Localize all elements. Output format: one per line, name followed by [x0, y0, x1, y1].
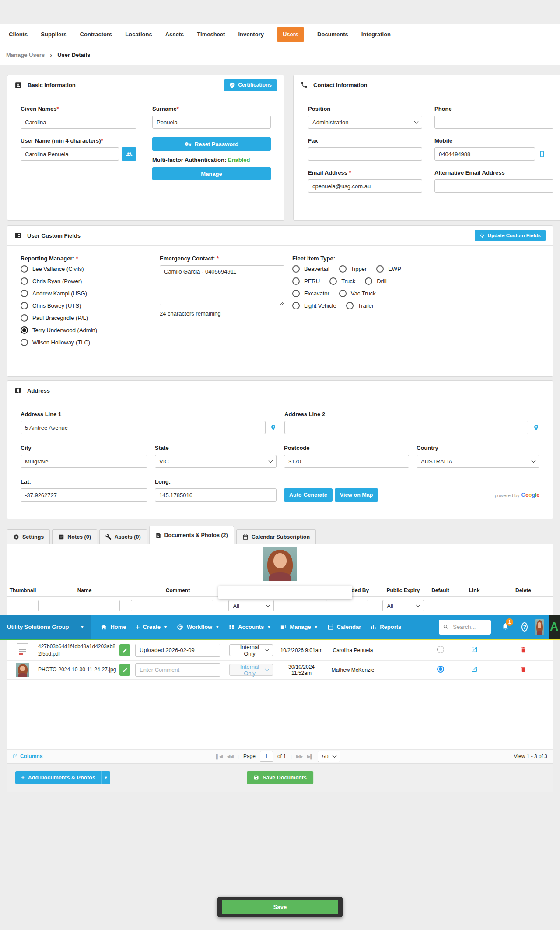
lat-input[interactable] — [21, 488, 147, 502]
navbar-search[interactable] — [439, 620, 491, 635]
city-input[interactable] — [21, 455, 147, 468]
reset-password-button[interactable]: Reset Password — [152, 137, 271, 151]
fleet-option[interactable]: Tipper — [339, 265, 367, 273]
radio-icon[interactable] — [339, 265, 346, 273]
reporting-manager-option[interactable]: Paul Bracegirdle (P/L) — [21, 314, 152, 322]
breadcrumb-manage-users[interactable]: Manage Users — [6, 52, 45, 58]
fleet-option[interactable]: PERU — [292, 277, 320, 285]
public-select[interactable]: Internal Only — [229, 664, 273, 676]
radio-icon[interactable] — [21, 265, 28, 273]
radio-icon[interactable] — [365, 277, 372, 285]
radio-icon[interactable] — [329, 277, 337, 285]
user-photo[interactable] — [263, 547, 297, 581]
reporting-manager-option[interactable]: Lee Vallance (Civils) — [21, 265, 152, 273]
uploaded-by-filter-input[interactable] — [326, 600, 368, 611]
org-switcher[interactable]: Utility Solutions Group ▼ — [0, 615, 91, 639]
long-input[interactable] — [155, 488, 276, 502]
mfa-manage-button[interactable]: Manage — [152, 167, 271, 180]
nav-locations[interactable]: Locations — [125, 31, 152, 38]
external-link-icon[interactable] — [471, 666, 478, 673]
country-select[interactable]: AUSTRALIA — [416, 455, 539, 468]
add-documents-dropdown-button[interactable]: ▼ — [101, 771, 110, 784]
state-select[interactable]: VIC — [155, 455, 276, 468]
radio-icon[interactable] — [21, 339, 28, 346]
navbar-calendar[interactable]: Calendar — [327, 624, 361, 630]
radio-icon[interactable] — [292, 265, 300, 273]
fleet-option[interactable]: Truck — [329, 277, 355, 285]
radio-icon[interactable] — [292, 277, 300, 285]
radio-icon[interactable] — [376, 265, 384, 273]
reporting-manager-option[interactable]: Wilson Holloway (TLC) — [21, 339, 152, 346]
address-line2-input[interactable] — [284, 421, 528, 434]
save-documents-button[interactable]: Save Documents — [247, 771, 313, 784]
email-input[interactable] — [308, 179, 422, 193]
next-page-button[interactable]: ▶▶ — [296, 754, 303, 759]
document-name[interactable]: 427b03b64d1f4db48a1d4203ab82f5bd.pdf — [38, 643, 118, 658]
photo-thumbnail[interactable] — [16, 663, 29, 677]
expiry-filter-select[interactable]: All — [382, 600, 424, 611]
nav-suppliers[interactable]: Suppliers — [41, 31, 66, 38]
public-select[interactable]: Internal Only — [229, 644, 273, 656]
nav-documents[interactable]: Documents — [317, 31, 348, 38]
user-avatar[interactable] — [535, 619, 544, 635]
emergency-contact-textarea[interactable]: Camilo Garcia - 0405694911 — [160, 265, 284, 305]
mobile-input[interactable] — [434, 147, 535, 161]
navbar-workflow[interactable]: Workflow ▼ — [177, 624, 219, 631]
navbar-create[interactable]: + Create ▼ — [136, 623, 168, 632]
location-pin-icon[interactable] — [270, 424, 276, 432]
nav-clients[interactable]: Clients — [9, 31, 28, 38]
reporting-manager-option-selected[interactable]: Terry Underwood (Admin) — [21, 326, 152, 334]
name-filter-input[interactable] — [38, 600, 120, 611]
comment-input[interactable] — [135, 644, 220, 657]
nav-contractors[interactable]: Contractors — [80, 31, 112, 38]
floating-overlay-box[interactable] — [218, 586, 352, 599]
comment-filter-input[interactable] — [131, 600, 214, 611]
radio-checked-icon[interactable] — [21, 326, 28, 334]
save-button[interactable]: Save — [222, 900, 338, 914]
edit-name-button[interactable] — [119, 644, 130, 656]
username-input[interactable] — [21, 147, 119, 161]
external-link-icon[interactable] — [471, 646, 478, 653]
tab-assets[interactable]: Assets (0) — [99, 529, 147, 544]
position-select[interactable]: Administration — [308, 116, 422, 129]
reporting-manager-option[interactable]: Chris Ryan (Power) — [21, 277, 152, 285]
update-custom-fields-button[interactable]: Update Custom Fields — [475, 230, 546, 241]
fleet-option[interactable]: Trailer — [346, 302, 374, 309]
last-page-button[interactable]: ▶▌ — [307, 754, 313, 759]
nav-timesheet[interactable]: Timesheet — [197, 31, 225, 38]
page-number-input[interactable] — [260, 751, 273, 762]
default-radio-selected[interactable] — [437, 666, 444, 673]
comment-input[interactable] — [135, 663, 220, 677]
postcode-input[interactable] — [284, 455, 409, 468]
radio-icon[interactable] — [292, 290, 300, 297]
navbar-accounts[interactable]: Accounts ▼ — [228, 624, 271, 630]
nav-integration[interactable]: Integration — [361, 31, 391, 38]
prev-page-button[interactable]: ◀◀ — [227, 754, 233, 759]
search-input[interactable] — [452, 623, 487, 631]
radio-icon[interactable] — [292, 302, 300, 309]
first-page-button[interactable]: ▌◀ — [216, 754, 222, 759]
location-pin-icon[interactable] — [533, 424, 539, 432]
navbar-manage[interactable]: Manage ▼ — [280, 624, 318, 630]
radio-icon[interactable] — [346, 302, 354, 309]
fleet-option[interactable]: Excavator — [292, 290, 329, 297]
fleet-option[interactable]: Vac Truck — [339, 290, 376, 297]
pdf-thumbnail[interactable] — [17, 643, 28, 657]
fleet-option[interactable]: Beavertail — [292, 265, 329, 273]
reporting-manager-option[interactable]: Chris Bowey (UTS) — [21, 302, 152, 309]
address-line1-input[interactable] — [21, 421, 266, 434]
radio-icon[interactable] — [339, 290, 346, 297]
phone-input[interactable] — [434, 116, 553, 129]
trash-icon[interactable] — [520, 666, 527, 673]
surname-input[interactable] — [152, 116, 271, 129]
fleet-option[interactable]: Drill — [365, 277, 386, 285]
radio-icon[interactable] — [21, 314, 28, 322]
tab-settings[interactable]: Settings — [7, 529, 50, 544]
navbar-reports[interactable]: Reports — [370, 624, 401, 630]
columns-button[interactable]: Columns — [13, 753, 42, 759]
page-size-select[interactable]: 50 — [318, 751, 340, 762]
radio-icon[interactable] — [21, 290, 28, 297]
help-button[interactable]: ? — [522, 622, 528, 632]
user-accounts-button[interactable] — [122, 147, 136, 161]
certifications-button[interactable]: Certifications — [224, 79, 277, 91]
